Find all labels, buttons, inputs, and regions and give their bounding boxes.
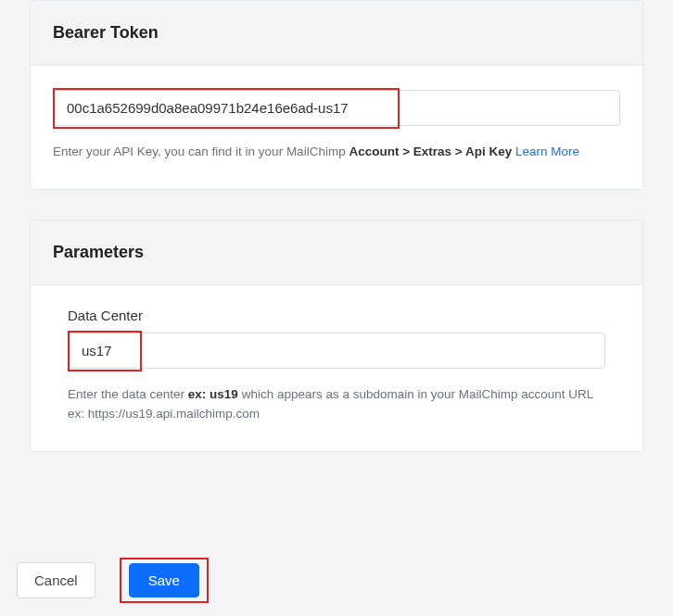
- data-center-help: Enter the data center ex: us19 which app…: [68, 385, 605, 423]
- highlight-box: Save: [120, 558, 209, 603]
- parameters-header: Parameters: [31, 220, 642, 285]
- data-center-input[interactable]: [68, 333, 605, 369]
- data-center-label: Data Center: [68, 308, 605, 323]
- parameters-panel: Parameters Data Center Enter the data ce…: [30, 220, 643, 452]
- parameters-title: Parameters: [53, 243, 620, 262]
- cancel-button[interactable]: Cancel: [17, 562, 95, 598]
- save-button[interactable]: Save: [129, 563, 199, 597]
- bearer-token-title: Bearer Token: [53, 23, 620, 43]
- bearer-token-panel: Bearer Token Enter your API Key, you can…: [30, 0, 643, 190]
- parameters-body: Data Center Enter the data center ex: us…: [31, 285, 642, 451]
- bearer-token-input[interactable]: [53, 90, 620, 126]
- bearer-token-help: Enter your API Key, you can find it in y…: [53, 143, 620, 161]
- bearer-token-body: Enter your API Key, you can find it in y…: [31, 66, 642, 189]
- learn-more-link[interactable]: Learn More: [515, 145, 579, 158]
- bearer-token-header: Bearer Token: [31, 1, 642, 66]
- actions-bar: Cancel Save: [17, 558, 209, 603]
